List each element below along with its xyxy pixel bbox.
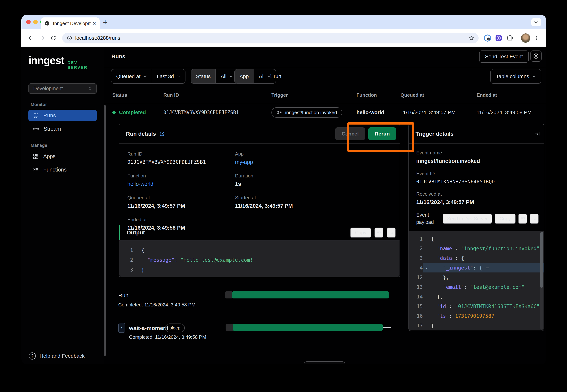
nav-section-monitor: Monitor xyxy=(31,102,97,107)
code-line-1: 1{ xyxy=(119,245,399,255)
code-line-1: 1{ xyxy=(409,234,544,243)
timeline-run-label: Run xyxy=(118,292,128,299)
cancel-button[interactable]: Cancel xyxy=(335,127,365,140)
send-test-event-button[interactable]: Send Test Event xyxy=(479,51,529,63)
collapse-panel-icon[interactable] xyxy=(534,131,540,137)
timeline-run-completed: Completed: 11/16/2024, 3:49:58 PM xyxy=(118,302,196,308)
sidebar-item-functions[interactable]: Functions xyxy=(28,164,97,175)
payload-word-wrap-icon[interactable] xyxy=(518,214,527,224)
output-header: Output Copy xyxy=(119,225,400,240)
code-line-12: 12 }, xyxy=(409,272,544,282)
timeline-run-row[interactable]: Run Completed: 11/16/2024, 3:49:58 PM xyxy=(104,291,546,309)
password-manager-extension-icon[interactable] xyxy=(483,33,492,43)
send-to-dev-server-button[interactable]: Send to Dev Server xyxy=(443,214,492,224)
browser-tabstrip: Inngest Development Server × + xyxy=(21,15,546,29)
code-line-2: 2 "name": "inngest/function.invoked", xyxy=(409,243,544,253)
run-details-title: Run details xyxy=(126,131,156,137)
profile-avatar[interactable] xyxy=(521,33,530,43)
load-more-button[interactable] xyxy=(304,361,345,364)
field-function: Functionhello-world xyxy=(127,173,235,187)
code-line-3: 3} xyxy=(119,265,399,275)
forward-icon[interactable] xyxy=(37,33,47,43)
field-received-at: Received at11/16/2024, 3:49:57 PM xyxy=(416,191,537,205)
trigger-name: inngest/function.invoked xyxy=(285,110,337,115)
sidebar-item-runs[interactable]: Runs xyxy=(28,110,97,121)
step-completed: Completed: 11/16/2024, 3:49:58 PM xyxy=(129,334,206,340)
url-text[interactable]: localhost:8288/runs xyxy=(75,35,465,41)
address-bar[interactable]: localhost:8288/runs xyxy=(62,33,479,43)
help-and-feedback[interactable]: ? Help and Feedback xyxy=(29,352,85,360)
timeline-run-queued-segment xyxy=(225,291,232,298)
new-tab-button[interactable]: + xyxy=(103,18,107,27)
run-details-panel: Run details Cancel Rerun Run ID01JCVBTMV… xyxy=(119,124,400,277)
extensions-puzzle-icon[interactable] xyxy=(505,33,515,43)
functions-icon xyxy=(33,167,39,173)
time-range-value: Last 3d xyxy=(157,73,174,79)
function-cell: hello-world xyxy=(356,110,400,115)
menu-kebab-icon[interactable] xyxy=(532,33,541,43)
browser-tab[interactable]: Inngest Development Server × xyxy=(41,17,100,29)
fold-chevron-icon: › xyxy=(423,265,431,270)
workspace-select[interactable]: Development xyxy=(28,83,97,94)
main-content: Runs Send Test Event Queued at Last 3d S… xyxy=(104,47,546,364)
scroll-to-bottom-icon[interactable] xyxy=(387,227,396,238)
code-line-2: 2 "message": "Hello test@example.com!" xyxy=(119,255,399,265)
column-header-queued-at: Queued at xyxy=(400,92,477,98)
payload-scrollbar[interactable] xyxy=(540,232,543,330)
payload-scroll-to-bottom-icon[interactable] xyxy=(530,214,539,224)
purple-extension-icon[interactable] xyxy=(494,33,504,43)
minimize-window-button[interactable] xyxy=(33,20,38,24)
timeline-step-row[interactable]: › wait-a-moment sleep Completed: 11/16/2… xyxy=(104,323,546,343)
code-line-16: 16 "ts": 1731790197587 xyxy=(409,311,544,321)
reload-icon[interactable] xyxy=(48,33,58,43)
sidebar-item-apps[interactable]: Apps xyxy=(28,151,97,162)
site-info-icon[interactable] xyxy=(67,35,72,41)
payload-copy-button[interactable]: Copy xyxy=(495,214,516,224)
trigger-pill[interactable]: inngest/function.invoked xyxy=(271,107,342,118)
apps-icon xyxy=(33,153,39,159)
time-filter[interactable]: Queued at Last 3d xyxy=(111,69,185,84)
field-event-id: Event ID01JCVBTMTKNHNHZ3SN64R51BQD xyxy=(416,171,537,184)
code-line-3: 3 "data": { xyxy=(409,253,544,263)
field-duration: Duration1s xyxy=(235,173,392,187)
table-row[interactable]: Completed 01JCVBTMV3WXY9D3CFDEJFZSB1 inn… xyxy=(104,103,546,122)
field-event-name: Event nameinngest/function.invoked xyxy=(416,150,537,164)
output-code-block: 1{2 "message": "Hello test@example.com!"… xyxy=(119,240,399,277)
inngest-logo: inngest xyxy=(28,54,64,67)
step-bar[interactable] xyxy=(233,324,383,331)
tab-close-icon[interactable]: × xyxy=(93,20,96,27)
event-payload-header: Event payload Send to Dev Server Copy xyxy=(409,206,544,231)
event-payload-label: Event payload xyxy=(416,211,440,226)
expand-step-button[interactable]: › xyxy=(118,323,125,333)
chevron-updown-icon xyxy=(87,86,92,91)
tabstrip-chevron-button[interactable] xyxy=(531,18,541,26)
page-title: Runs xyxy=(111,53,125,60)
table-columns-button[interactable]: Table columns xyxy=(490,69,541,84)
status-filter-label: Status xyxy=(191,70,215,83)
step-bar-extension-line xyxy=(383,327,391,328)
output-copy-button[interactable]: Copy xyxy=(350,227,371,238)
bookmark-star-icon[interactable] xyxy=(468,35,474,41)
code-line-4[interactable]: 4› "_inngest": { ⋯ xyxy=(409,263,544,272)
app-filter-value: All xyxy=(259,73,265,79)
timeline-run-bar[interactable] xyxy=(232,291,389,298)
run-details-fields: Run ID01JCVBTMV3WXY9D3CFDEJFZSB1Appmy-ap… xyxy=(119,144,400,231)
step-type-badge: sleep xyxy=(165,323,185,332)
sidebar-item-stream[interactable]: Stream xyxy=(28,123,97,135)
run-count: 1 run xyxy=(269,73,281,79)
back-icon[interactable] xyxy=(26,33,36,43)
workspace-label: Development xyxy=(33,86,63,92)
settings-button[interactable] xyxy=(530,51,541,62)
close-window-button[interactable] xyxy=(26,20,31,24)
toolbar-divider xyxy=(518,34,518,42)
runs-icon xyxy=(33,112,39,118)
main-scrollbar[interactable] xyxy=(104,105,106,356)
event-payload-code-block: 1{2 "name": "inngest/function.invoked",3… xyxy=(409,231,544,330)
field-run-id: Run ID01JCVBTMV3WXY9D3CFDEJFZSB1 xyxy=(127,151,235,165)
word-wrap-icon[interactable] xyxy=(374,227,383,238)
rerun-button[interactable]: Rerun xyxy=(368,127,396,140)
external-link-icon[interactable] xyxy=(159,131,165,137)
dev-server-badge: DEV SERVER xyxy=(67,60,97,70)
footer-divider xyxy=(104,358,546,358)
status-filter[interactable]: Status All xyxy=(191,69,238,84)
